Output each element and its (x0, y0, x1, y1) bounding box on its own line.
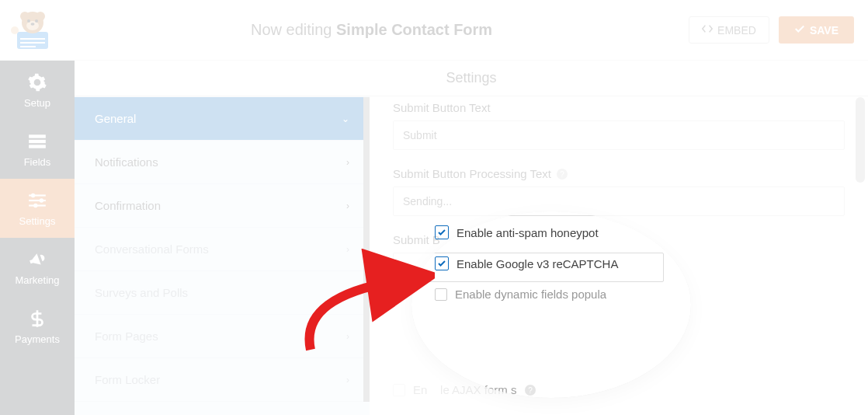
svg-rect-12 (29, 134, 46, 138)
svg-point-9 (35, 19, 38, 23)
ajax-checkbox[interactable] (393, 384, 405, 396)
recaptcha-checkbox[interactable] (435, 256, 449, 270)
svg-rect-13 (29, 139, 46, 142)
accordion-surveys[interactable]: Surveys and Polls › (75, 271, 370, 315)
svg-point-20 (33, 203, 37, 207)
svg-text:?: ? (529, 386, 533, 395)
list-icon (27, 131, 47, 152)
processing-text-input[interactable] (393, 187, 845, 216)
dynamic-label: Enable dynamic fields popula (455, 288, 606, 301)
chevron-right-icon: › (346, 375, 349, 385)
svg-rect-2 (20, 42, 45, 44)
svg-point-10 (31, 23, 35, 26)
main-sidebar: Setup Fields Settings Marketing Payments (0, 61, 75, 415)
check-icon (794, 23, 805, 37)
svg-point-16 (31, 193, 35, 197)
sliders-icon (27, 190, 47, 211)
svg-rect-3 (20, 46, 36, 47)
svg-point-18 (40, 198, 43, 202)
help-icon[interactable]: ? (524, 384, 536, 396)
honeypot-label: Enable anti-spam honeypot (457, 226, 599, 239)
chevron-right-icon: › (346, 288, 349, 298)
svg-rect-14 (29, 145, 46, 148)
svg-point-11 (11, 26, 19, 34)
svg-rect-1 (20, 38, 45, 40)
accordion-conversational-forms[interactable]: Conversational Forms › (75, 228, 370, 271)
accordion-form-pages[interactable]: Form Pages › (75, 315, 370, 358)
chevron-right-icon: › (346, 201, 349, 211)
code-icon (702, 23, 713, 37)
chevron-right-icon: › (346, 244, 349, 255)
accordion-form-locker[interactable]: Form Locker › (75, 358, 370, 402)
accordion-confirmation[interactable]: Confirmation › (75, 184, 370, 228)
submit-button-text-label: Submit Button Text (393, 101, 845, 114)
svg-text:?: ? (560, 170, 564, 179)
dynamic-checkbox[interactable] (435, 288, 447, 301)
sidebar-item-settings[interactable]: Settings (0, 179, 75, 238)
gear-icon (27, 72, 47, 92)
chevron-down-icon: ⌄ (342, 113, 349, 124)
chevron-right-icon: › (346, 157, 349, 168)
settings-header: Settings (75, 61, 868, 96)
dollar-icon (27, 309, 47, 329)
bullhorn-icon (24, 246, 50, 272)
honeypot-checkbox[interactable] (435, 225, 449, 239)
embed-button[interactable]: EMBED (689, 16, 769, 44)
recaptcha-label: Enable Google v3 reCAPTCHA (457, 257, 618, 270)
accordion-general[interactable]: General ⌄ (75, 97, 370, 141)
content-scrollbar[interactable] (856, 97, 865, 415)
submit-button-text-input[interactable] (393, 120, 845, 150)
save-button[interactable]: SAVE (779, 16, 854, 44)
processing-text-label: Submit Button Processing Text ? (393, 167, 845, 180)
sidebar-item-setup[interactable]: Setup (0, 61, 75, 120)
ajax-label: Enable AJAX form s (413, 383, 516, 396)
sidebar-item-fields[interactable]: Fields (0, 120, 75, 179)
sidebar-item-payments[interactable]: Payments (0, 297, 75, 356)
svg-point-8 (27, 19, 30, 23)
chevron-right-icon: › (346, 331, 349, 342)
sidebar-item-marketing[interactable]: Marketing (0, 238, 75, 297)
help-icon[interactable]: ? (556, 168, 568, 180)
accordion-scrollbar[interactable] (363, 97, 370, 402)
accordion-notifications[interactable]: Notifications › (75, 141, 370, 184)
app-logo (11, 9, 54, 52)
page-title: Now editing Simple Contact Form (54, 21, 689, 39)
